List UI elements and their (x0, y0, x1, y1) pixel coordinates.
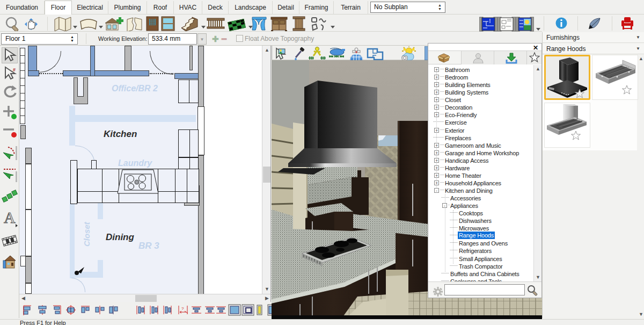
svg-text:?: ? (181, 306, 184, 311)
svg-text:A: A (4, 208, 16, 226)
svg-text:#: # (13, 67, 16, 73)
